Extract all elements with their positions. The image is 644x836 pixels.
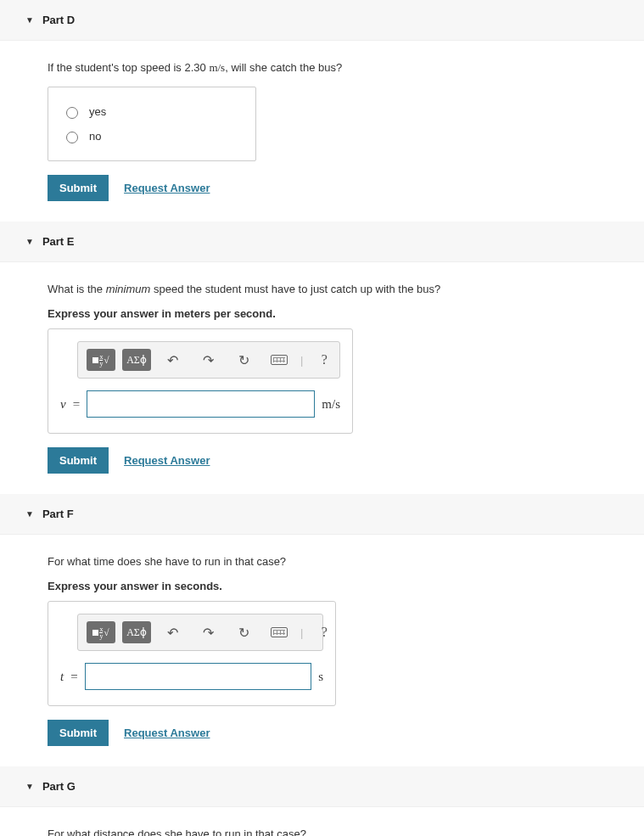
redo-button[interactable]: ↷ — [193, 349, 222, 371]
request-answer-link[interactable]: Request Answer — [124, 727, 210, 739]
submit-row: Submit Request Answer — [48, 447, 634, 474]
question-text: For what distance does she have to run i… — [48, 828, 634, 836]
request-answer-link[interactable]: Request Answer — [124, 182, 210, 194]
radio-option-yes[interactable]: yes — [62, 99, 242, 124]
request-answer-link[interactable]: Request Answer — [124, 454, 210, 467]
help-button[interactable]: ? — [310, 621, 339, 643]
caret-down-icon: ▼ — [25, 237, 34, 246]
submit-button[interactable]: Submit — [48, 447, 109, 474]
help-icon: ? — [322, 625, 328, 640]
part-title: Part F — [42, 508, 74, 520]
part-e-header[interactable]: ▼ Part E — [0, 222, 644, 262]
unit-label: s — [318, 670, 323, 684]
part-g-body: For what distance does she have to run i… — [0, 807, 644, 836]
templates-button[interactable]: xy √ — [87, 621, 115, 643]
submit-row: Submit Request Answer — [48, 175, 634, 201]
greek-button[interactable]: ΑΣϕ — [122, 349, 151, 371]
radio-option-no[interactable]: no — [62, 124, 242, 149]
part-g-header[interactable]: ▼ Part G — [0, 766, 644, 807]
part-title: Part D — [42, 14, 75, 26]
submit-button[interactable]: Submit — [48, 175, 109, 201]
input-row: v = m/s — [48, 379, 352, 433]
reset-icon: ↻ — [238, 625, 249, 641]
question-text: What is the minimum speed the student mu… — [48, 283, 634, 295]
input-row: t = s — [48, 651, 335, 705]
answer-box: xy √ ΑΣϕ ↶ ↷ ↻ | ? t = s — [48, 601, 336, 706]
submit-row: Submit Request Answer — [48, 720, 634, 746]
equation-toolbar: xy √ ΑΣϕ ↶ ↷ ↻ | ? — [77, 614, 323, 651]
greek-button[interactable]: ΑΣϕ — [122, 621, 151, 643]
answer-input[interactable] — [85, 663, 312, 690]
answer-box: xy √ ΑΣϕ ↶ ↷ ↻ | ? v = m/s — [48, 328, 353, 434]
caret-down-icon: ▼ — [25, 782, 34, 791]
part-d-body: If the student's top speed is 2.30 m/s, … — [0, 41, 644, 222]
templates-button[interactable]: xy √ — [87, 349, 115, 371]
radio-group: yes no — [48, 87, 256, 161]
radio-label: no — [89, 130, 101, 143]
part-d-header[interactable]: ▼ Part D — [0, 0, 644, 41]
help-icon: ? — [322, 352, 328, 368]
submit-button[interactable]: Submit — [48, 720, 109, 746]
undo-button[interactable]: ↶ — [158, 621, 187, 643]
variable-label: v — [60, 397, 66, 412]
part-f-body: For what time does she have to run in th… — [0, 535, 644, 766]
part-title: Part E — [42, 235, 75, 248]
part-title: Part G — [42, 780, 76, 793]
redo-icon: ↷ — [203, 352, 214, 368]
variable-label: t — [60, 670, 64, 684]
caret-down-icon: ▼ — [25, 15, 34, 25]
part-e-body: What is the minimum speed the student mu… — [0, 262, 644, 494]
answer-input[interactable] — [87, 390, 315, 418]
equals-sign: = — [70, 670, 77, 684]
undo-icon: ↶ — [167, 352, 178, 368]
toolbar-separator: | — [300, 626, 303, 639]
keyboard-icon — [271, 355, 288, 365]
keyboard-button[interactable] — [265, 349, 294, 371]
redo-button[interactable]: ↷ — [193, 621, 222, 643]
instruction-text: Express your answer in seconds. — [48, 580, 634, 592]
toolbar-separator: | — [300, 354, 303, 367]
instruction-text: Express your answer in meters per second… — [48, 307, 634, 320]
unit-label: m/s — [322, 397, 340, 412]
radio-label: yes — [89, 105, 106, 118]
reset-button[interactable]: ↻ — [229, 349, 258, 371]
redo-icon: ↷ — [203, 625, 214, 641]
question-text: If the student's top speed is 2.30 m/s, … — [48, 61, 634, 75]
keyboard-icon — [271, 627, 288, 637]
caret-down-icon: ▼ — [25, 509, 34, 519]
part-f-header[interactable]: ▼ Part F — [0, 494, 644, 535]
equals-sign: = — [73, 397, 80, 412]
equation-toolbar: xy √ ΑΣϕ ↶ ↷ ↻ | ? — [77, 341, 340, 379]
radio-input[interactable] — [66, 107, 78, 119]
reset-button[interactable]: ↻ — [229, 621, 258, 643]
undo-icon: ↶ — [167, 625, 178, 641]
reset-icon: ↻ — [238, 352, 249, 368]
templates-icon: xy √ — [92, 626, 109, 639]
undo-button[interactable]: ↶ — [158, 349, 187, 371]
help-button[interactable]: ? — [310, 349, 339, 371]
templates-icon: xy √ — [92, 354, 109, 367]
question-text: For what time does she have to run in th… — [48, 555, 634, 568]
keyboard-button[interactable] — [265, 621, 294, 643]
radio-input[interactable] — [66, 132, 78, 143]
